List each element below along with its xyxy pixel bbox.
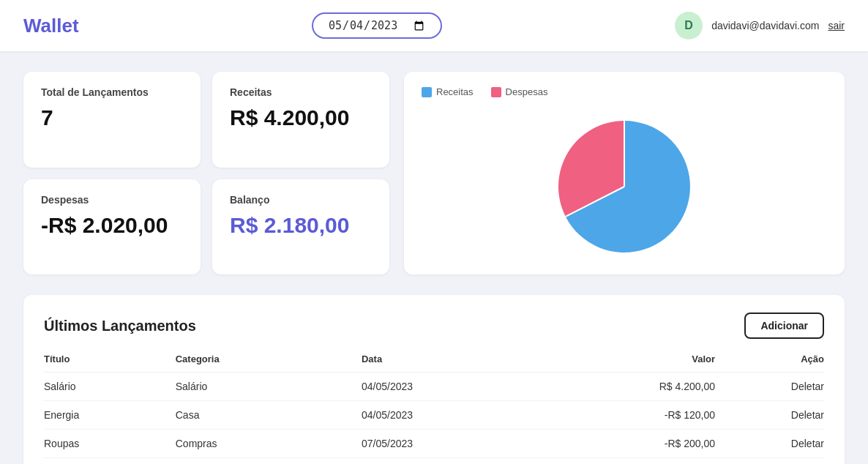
delete-link[interactable]: Deletar <box>791 381 824 392</box>
card-receitas: Receitas R$ 4.200,00 <box>212 72 389 168</box>
table-row: Mercado Alimentação 07/05/2023 -R$ 500,0… <box>44 458 824 465</box>
card-receitas-label: Receitas <box>230 86 372 98</box>
pie-chart <box>544 106 705 260</box>
card-receitas-value: R$ 4.200,00 <box>230 105 372 130</box>
table-row: Energia Casa 04/05/2023 -R$ 120,00 Delet… <box>44 401 824 430</box>
cell-categoria: Compras <box>176 430 362 458</box>
card-despesas-value: -R$ 2.020,00 <box>41 213 183 238</box>
cell-titulo: Roupas <box>44 430 176 458</box>
summary-row: Total de Lançamentos 7 Receitas R$ 4.200… <box>23 72 845 274</box>
cell-valor: -R$ 500,00 <box>531 458 715 465</box>
card-despesas-label: Despesas <box>41 194 183 206</box>
col-categoria: Categoria <box>176 353 362 373</box>
transactions-header: Últimos Lançamentos Adicionar <box>44 313 824 339</box>
date-picker-wrap[interactable] <box>312 12 442 39</box>
receitas-dot <box>422 87 432 97</box>
card-balanco-label: Balanço <box>230 194 372 206</box>
chart-card: Receitas Despesas <box>404 72 845 274</box>
card-balanco-value: R$ 2.180,00 <box>230 213 372 238</box>
user-email: davidavi@davidavi.com <box>711 20 819 31</box>
cell-valor: -R$ 120,00 <box>531 401 715 430</box>
table-row: Salário Salário 04/05/2023 R$ 4.200,00 D… <box>44 373 824 401</box>
cell-data: 04/05/2023 <box>362 373 531 401</box>
legend-receitas-label: Receitas <box>436 86 474 97</box>
delete-link[interactable]: Deletar <box>791 409 824 421</box>
avatar: D <box>675 12 703 40</box>
card-despesas: Despesas -R$ 2.020,00 <box>23 179 201 275</box>
cell-acao[interactable]: Deletar <box>715 373 824 401</box>
cell-titulo: Mercado <box>44 458 176 465</box>
card-total-value: 7 <box>41 105 183 130</box>
logout-link[interactable]: sair <box>828 20 845 31</box>
col-acao: Ação <box>715 353 824 373</box>
app-header: Wallet D davidavi@davidavi.com sair <box>0 0 868 51</box>
col-titulo: Título <box>44 353 176 373</box>
cell-acao[interactable]: Deletar <box>715 401 824 430</box>
user-area: D davidavi@davidavi.com sair <box>675 12 845 40</box>
table-header-row: Título Categoria Data Valor Ação <box>44 353 824 373</box>
cell-data: 04/05/2023 <box>362 401 531 430</box>
cell-valor: R$ 4.200,00 <box>531 373 715 401</box>
chart-svg-wrap <box>544 106 705 260</box>
date-input[interactable] <box>328 18 426 33</box>
col-valor: Valor <box>531 353 715 373</box>
cell-categoria: Alimentação <box>176 458 362 465</box>
legend-despesas-label: Despesas <box>506 86 548 97</box>
transactions-table: Título Categoria Data Valor Ação Salário… <box>44 353 824 464</box>
table-body: Salário Salário 04/05/2023 R$ 4.200,00 D… <box>44 373 824 465</box>
despesas-dot <box>491 87 501 97</box>
app-logo: Wallet <box>23 15 79 37</box>
cell-acao[interactable]: Deletar <box>715 458 824 465</box>
cell-titulo: Energia <box>44 401 176 430</box>
add-button[interactable]: Adicionar <box>744 313 824 339</box>
legend-despesas: Despesas <box>491 86 548 97</box>
chart-legend: Receitas Despesas <box>422 86 547 97</box>
card-total-lancamentos: Total de Lançamentos 7 <box>23 72 201 168</box>
cell-categoria: Salário <box>176 373 362 401</box>
col-data: Data <box>362 353 531 373</box>
transactions-card: Últimos Lançamentos Adicionar Título Cat… <box>23 295 845 464</box>
main-content: Total de Lançamentos 7 Receitas R$ 4.200… <box>0 51 868 464</box>
cell-data: 07/05/2023 <box>362 430 531 458</box>
delete-link[interactable]: Deletar <box>791 438 824 449</box>
cell-valor: -R$ 200,00 <box>531 430 715 458</box>
cell-data: 07/05/2023 <box>362 458 531 465</box>
transactions-title: Últimos Lançamentos <box>44 318 196 334</box>
table-head: Título Categoria Data Valor Ação <box>44 353 824 373</box>
summary-cards: Total de Lançamentos 7 Receitas R$ 4.200… <box>23 72 389 274</box>
cell-categoria: Casa <box>176 401 362 430</box>
cell-acao[interactable]: Deletar <box>715 430 824 458</box>
card-total-label: Total de Lançamentos <box>41 86 183 98</box>
card-balanco: Balanço R$ 2.180,00 <box>212 179 389 275</box>
legend-receitas: Receitas <box>422 86 474 97</box>
cell-titulo: Salário <box>44 373 176 401</box>
table-row: Roupas Compras 07/05/2023 -R$ 200,00 Del… <box>44 430 824 458</box>
